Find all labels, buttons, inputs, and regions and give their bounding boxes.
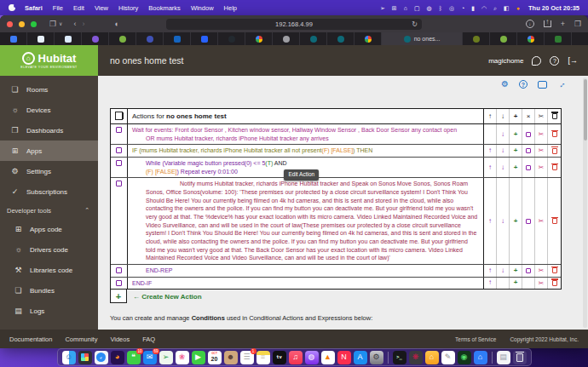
dock-home-orange-icon[interactable]: ⌂ — [425, 351, 439, 364]
pinned-tab-14[interactable] — [355, 32, 382, 45]
dock-documents-icon[interactable]: ▤ — [497, 351, 510, 364]
move-up-icon[interactable]: ↑ — [488, 279, 492, 286]
row-control-cell[interactable]: ✂ — [535, 145, 548, 157]
minimize-window-button[interactable] — [19, 21, 25, 27]
select-box-icon[interactable] — [526, 268, 531, 273]
menu-edit[interactable]: Edit — [73, 4, 84, 12]
row-control-cell[interactable] — [522, 265, 535, 277]
menu-window[interactable]: Window — [191, 4, 214, 12]
sidebar-item-logs[interactable]: ▤Logs — [0, 301, 98, 321]
scrollbar-thumb[interactable] — [584, 79, 587, 140]
insert-icon[interactable]: + — [514, 164, 518, 171]
delete-icon[interactable]: × — [527, 113, 531, 120]
pinned-tab-9[interactable] — [218, 32, 245, 45]
dock-apple-tv-icon[interactable]: tv — [273, 351, 286, 364]
move-up-icon[interactable]: ↑ — [488, 147, 492, 154]
menu-file[interactable]: File — [53, 4, 63, 12]
row-checkbox-icon[interactable] — [116, 267, 122, 273]
action-text-cell[interactable]: Wait for events: Front door Sensor , Kit… — [128, 124, 484, 144]
edit-action-tooltip[interactable]: Edit Action — [284, 169, 319, 181]
pinned-tab-17[interactable] — [517, 32, 545, 45]
sidebar-item-drivers-code[interactable]: ☼Drivers code — [0, 239, 98, 260]
address-bar[interactable]: 192.168.4.99 ↻ — [166, 19, 422, 30]
cut-icon[interactable]: ✂ — [539, 280, 544, 287]
move-down-icon[interactable]: ↓ — [501, 164, 504, 171]
chat-bubble-icon[interactable] — [532, 56, 541, 66]
row-control-cell[interactable] — [548, 124, 561, 144]
row-select-cell[interactable] — [111, 265, 128, 277]
row-select-cell[interactable] — [111, 145, 128, 157]
dock-textedit-icon[interactable]: ✎ — [441, 351, 455, 364]
row-control-cell[interactable]: + — [510, 178, 522, 264]
recording-dot-icon[interactable]: ● — [516, 5, 520, 11]
menu-view[interactable]: View — [95, 4, 108, 12]
trash-icon[interactable] — [552, 218, 557, 224]
dock-trash-icon[interactable] — [513, 351, 527, 364]
move-up-icon[interactable]: ↑ — [488, 113, 492, 120]
trash-icon[interactable] — [552, 113, 557, 119]
select-box-icon[interactable] — [526, 132, 531, 137]
row-control-cell[interactable]: + — [510, 278, 522, 290]
cut-icon[interactable]: ✂ — [539, 164, 544, 171]
cut-icon[interactable]: ✂ — [539, 113, 544, 120]
question-icon[interactable]: ? — [519, 80, 527, 89]
header-control-cell[interactable]: × — [522, 109, 535, 123]
dock-reminders-icon[interactable]: ☰1 — [240, 351, 254, 364]
row-checkbox-icon[interactable] — [116, 147, 122, 153]
row-control-cell[interactable]: + — [510, 158, 522, 177]
active-tab[interactable]: no ones... — [382, 32, 463, 45]
gear-icon[interactable]: ⚙ — [501, 80, 509, 89]
row-checkbox-icon[interactable] — [116, 280, 122, 286]
cut-icon[interactable]: ✂ — [539, 218, 544, 225]
header-copy-cell[interactable] — [111, 109, 128, 123]
row-checkbox-icon[interactable] — [116, 181, 122, 186]
dock-facetime-icon[interactable]: ▶ — [192, 351, 205, 364]
create-new-action-row[interactable]: + ← Create New Action — [110, 290, 562, 303]
dock-home-blue-icon[interactable]: ⌂ — [474, 351, 487, 364]
select-box-icon[interactable] — [526, 148, 531, 153]
battery-icon[interactable]: ▮ — [471, 5, 475, 11]
insert-icon[interactable]: + — [514, 113, 518, 120]
row-control-cell[interactable]: ✂ — [535, 265, 548, 277]
row-select-cell[interactable] — [111, 278, 128, 290]
action-text-cell[interactable]: IF (mums Hubitat tracker, richards iPhon… — [128, 145, 484, 157]
pinned-tab-1[interactable] — [0, 32, 27, 45]
sidebar-item-apps[interactable]: ⊞Apps — [0, 140, 98, 161]
location-icon[interactable]: ➢ — [380, 5, 385, 11]
sidebar-item-dashboards[interactable]: ❐Dashboards — [0, 120, 98, 140]
downloads-icon[interactable]: ↓ — [526, 20, 534, 28]
new-tab-button[interactable]: + — [561, 20, 565, 28]
close-window-button[interactable] — [7, 21, 13, 27]
pinned-tab-15[interactable] — [463, 32, 490, 45]
row-control-cell[interactable]: ↓ — [497, 265, 510, 277]
time-machine-icon[interactable]: ◔ — [461, 5, 464, 11]
back-button[interactable]: ‹ — [73, 20, 76, 28]
row-control-cell[interactable]: + — [510, 145, 522, 157]
menu-help[interactable]: Help — [224, 4, 237, 12]
sidebar-toggle-icon[interactable]: ❐ — [49, 20, 56, 28]
row-checkbox-icon[interactable] — [116, 160, 122, 166]
tab-overview-icon[interactable]: ❐ — [574, 20, 581, 28]
dock-finder-icon[interactable]: ☺ — [62, 351, 76, 364]
move-down-icon[interactable]: ↓ — [501, 147, 504, 154]
pinned-tab-5[interactable] — [109, 32, 136, 45]
action-text-cell[interactable]: END-IF — [128, 278, 484, 290]
dock-terminal-icon[interactable]: >_ — [393, 351, 406, 364]
dock-news-icon[interactable]: N — [337, 351, 351, 364]
dock-calendar-icon[interactable]: OCT20 — [208, 351, 222, 364]
row-select-cell[interactable] — [111, 158, 128, 177]
row-control-cell[interactable]: ↓ — [497, 124, 510, 144]
dock-contacts-icon[interactable]: ☻ — [224, 351, 238, 364]
row-select-cell[interactable] — [111, 124, 128, 144]
sidebar-item-settings[interactable]: ⚙Settings — [0, 161, 98, 181]
sidebar-item-devices[interactable]: ☼Devices — [0, 100, 98, 120]
sidebar-chevron-icon[interactable]: ∨ — [59, 21, 62, 26]
dock-green-ring-app-icon[interactable]: ◉ — [458, 351, 471, 364]
create-plus-icon[interactable]: + — [110, 290, 127, 303]
dock-raspberry-pi-icon[interactable]: ❋ — [409, 351, 423, 364]
record-icon[interactable]: ◎ — [449, 5, 454, 11]
share-icon[interactable]: ↑ — [544, 20, 551, 27]
sidebar-item-bundles[interactable]: ❏Bundles — [0, 280, 98, 301]
dock-music-icon[interactable]: ♫ — [289, 351, 303, 364]
sidebar-item-libraries-code[interactable]: ⚒Libraries code — [0, 260, 98, 280]
